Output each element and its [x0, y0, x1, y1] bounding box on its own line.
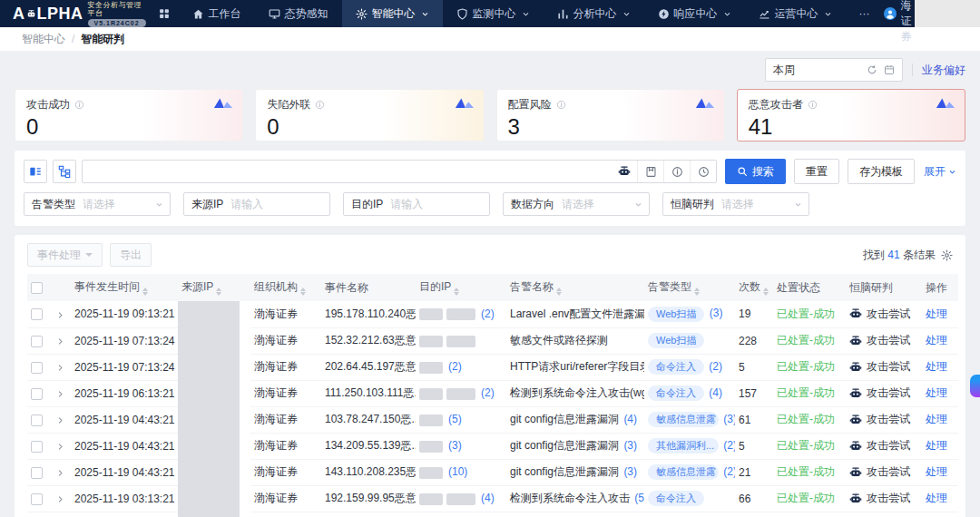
filter-input-2[interactable]: 目的IP请输入: [343, 192, 490, 216]
history-clock-icon[interactable]: [690, 161, 716, 182]
column-header[interactable]: 事件发生时间: [71, 274, 178, 301]
cell-event-name[interactable]: 202.64.45.197恶意...: [321, 354, 416, 380]
cell-alert-name[interactable]: Laravel .env配置文件泄露漏洞(CVE-201... (4): [506, 301, 644, 327]
row-checkbox[interactable]: [31, 336, 43, 347]
filter-input-1[interactable]: 来源IP请输入: [183, 192, 330, 216]
handle-link[interactable]: 处理: [926, 439, 947, 452]
view-tree-toggle[interactable]: [53, 160, 76, 183]
user-menu[interactable]: 渤海证券: [884, 0, 912, 44]
type-count[interactable]: (2): [723, 465, 735, 478]
handle-link[interactable]: 处理: [926, 386, 947, 399]
info-icon[interactable]: [663, 161, 690, 182]
view-card-toggle[interactable]: [24, 160, 47, 183]
cell-event-name[interactable]: 152.32.212.63恶意...: [321, 327, 416, 354]
sort-icon[interactable]: [454, 288, 459, 296]
business-preference-link[interactable]: 业务偏好: [922, 63, 965, 78]
period-select[interactable]: 本周: [765, 58, 903, 82]
filter-select-0[interactable]: 告警类型请选择: [24, 192, 171, 216]
type-count[interactable]: (4): [709, 386, 722, 399]
row-expand-icon[interactable]: [56, 364, 64, 372]
cell-alert-name[interactable]: git config信息泄露漏洞 (3): [506, 433, 644, 459]
sort-icon[interactable]: [300, 288, 306, 296]
row-checkbox[interactable]: [31, 493, 43, 505]
apps-grid-icon[interactable]: [159, 8, 170, 19]
nav-item-7[interactable]: ···: [846, 0, 884, 27]
sort-icon[interactable]: [694, 288, 700, 296]
search-input[interactable]: [82, 160, 717, 183]
nav-item-4[interactable]: 分析中心: [544, 0, 644, 27]
handle-link[interactable]: 处理: [926, 334, 947, 346]
floating-assistant-button[interactable]: [970, 375, 980, 397]
cell-event-name[interactable]: 143.110.208.235恶...: [321, 459, 416, 485]
ai-assistant-icon[interactable]: [611, 161, 637, 182]
column-header[interactable]: 组织机构: [250, 274, 321, 301]
saved-search-icon[interactable]: [637, 161, 663, 182]
alert-count[interactable]: (3): [623, 465, 637, 478]
refresh-icon[interactable]: [867, 64, 877, 75]
sort-icon[interactable]: [763, 288, 769, 296]
cell-event-name[interactable]: 195.178.110.240恶...: [321, 301, 416, 327]
handle-link[interactable]: 处理: [926, 413, 947, 425]
batch-handle-button[interactable]: 事件处理: [27, 243, 103, 267]
alert-count[interactable]: (5): [634, 492, 644, 504]
cell-event-name[interactable]: 192.159.99.95恶意...: [321, 485, 416, 512]
cell-event-name[interactable]: 103.78.247.150恶...: [321, 406, 416, 433]
column-header[interactable]: 告警名称: [506, 274, 644, 301]
search-button[interactable]: 搜索: [725, 159, 786, 184]
row-checkbox[interactable]: [31, 308, 43, 320]
row-checkbox[interactable]: [31, 362, 43, 374]
column-header[interactable]: 来源IP: [178, 274, 250, 301]
stat-card-attack-success[interactable]: 攻击成功 0: [15, 89, 243, 141]
nav-item-2[interactable]: 智能中心: [342, 0, 443, 27]
stat-card-compromise[interactable]: 失陷外联 0: [255, 89, 484, 141]
dest-ip-count[interactable]: (5): [448, 413, 462, 425]
type-count[interactable]: (2): [723, 439, 735, 452]
nav-item-0[interactable]: 工作台: [179, 0, 255, 27]
calendar-icon[interactable]: [884, 64, 895, 75]
dest-ip-count[interactable]: (2): [481, 386, 495, 399]
row-checkbox[interactable]: [31, 388, 43, 400]
column-header[interactable]: 次数: [735, 274, 773, 301]
cell-alert-name[interactable]: 敏感文件或路径探测: [506, 327, 644, 354]
alert-count[interactable]: (3): [623, 439, 637, 452]
column-settings-icon[interactable]: [941, 249, 953, 261]
row-expand-icon[interactable]: [56, 337, 64, 346]
nav-item-5[interactable]: 响应中心: [644, 0, 745, 27]
cell-alert-name[interactable]: 检测到系统命令注入攻击(wget) (13): [506, 512, 644, 517]
expand-link[interactable]: 展开: [924, 164, 956, 180]
filter-select-3[interactable]: 数据方向请选择: [503, 192, 650, 216]
handle-link[interactable]: 处理: [926, 360, 947, 373]
cell-alert-name[interactable]: git config信息泄露漏洞 (4): [506, 406, 644, 433]
row-expand-icon[interactable]: [56, 390, 64, 398]
cell-alert-name[interactable]: 检测到系统命令注入攻击(wget) (13): [506, 380, 644, 406]
column-header[interactable]: 目的IP: [416, 274, 506, 301]
cell-event-name[interactable]: 113.228.58.7恶意攻...: [321, 512, 416, 517]
select-all-checkbox[interactable]: [31, 282, 43, 294]
alert-count[interactable]: (4): [623, 413, 637, 425]
breadcrumb-parent[interactable]: 智能中心: [22, 32, 65, 47]
row-expand-icon[interactable]: [56, 495, 64, 503]
sort-icon[interactable]: [216, 288, 221, 296]
nav-item-1[interactable]: 态势感知: [255, 0, 342, 27]
brand-logo[interactable]: ALPHA 安全分析与管理平台 V5.1R24C02: [0, 1, 153, 27]
type-count[interactable]: (2): [709, 360, 722, 373]
type-count[interactable]: (3): [723, 413, 735, 425]
cell-event-name[interactable]: 134.209.55.139恶...: [321, 433, 416, 459]
row-expand-icon[interactable]: [56, 416, 64, 424]
row-expand-icon[interactable]: [56, 443, 64, 451]
row-checkbox[interactable]: [31, 467, 43, 479]
filter-select-4[interactable]: 恒脑研判请选择: [662, 192, 809, 216]
stat-card-config-risk[interactable]: 配置风险 3: [496, 89, 725, 141]
reset-button[interactable]: 重置: [794, 159, 839, 184]
handle-link[interactable]: 处理: [926, 465, 947, 478]
dest-ip-count[interactable]: (3): [448, 439, 462, 452]
cell-alert-name[interactable]: git config信息泄露漏洞 (3): [506, 459, 644, 485]
cell-event-name[interactable]: 111.250.103.111恶...: [321, 380, 416, 406]
row-checkbox[interactable]: [31, 415, 43, 426]
handle-link[interactable]: 处理: [926, 307, 947, 320]
type-count[interactable]: (3): [710, 307, 723, 319]
nav-item-6[interactable]: 运营中心: [745, 0, 846, 27]
row-expand-icon[interactable]: [56, 469, 64, 477]
export-button[interactable]: 导出: [110, 243, 152, 267]
row-checkbox[interactable]: [31, 441, 43, 453]
